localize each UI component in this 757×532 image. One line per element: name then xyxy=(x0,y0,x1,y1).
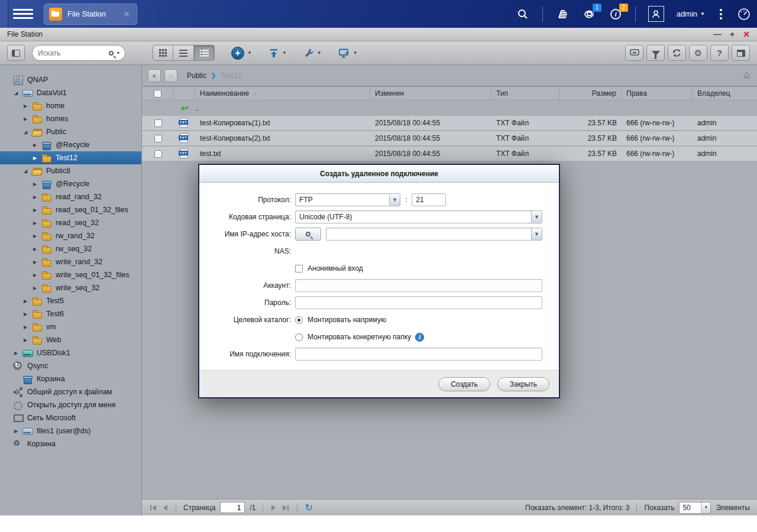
sidebar-item-read-rand-32[interactable]: ▶read_rand_32 xyxy=(0,190,141,203)
sidebar-item-read-seq-01-32-files[interactable]: ▶read_seq_01_32_files xyxy=(0,203,141,216)
expand-icon[interactable]: ▶ xyxy=(33,194,41,200)
sidebar-item-корзина[interactable]: Корзина xyxy=(0,372,141,385)
dashboard-icon[interactable] xyxy=(737,7,751,21)
expand-icon[interactable]: ▶ xyxy=(33,246,41,252)
sidebar-item-корзина[interactable]: Корзина xyxy=(0,437,141,450)
notifications-icon[interactable]: i 2 xyxy=(609,7,623,21)
remote-display-button[interactable] xyxy=(625,45,643,61)
external-device-icon[interactable]: 1 xyxy=(582,7,596,21)
more-options-icon[interactable] xyxy=(720,9,722,20)
detail-view-button[interactable] xyxy=(194,45,215,61)
maximize-icon[interactable]: + xyxy=(730,30,735,38)
main-menu-icon[interactable] xyxy=(13,5,33,23)
sidebar-toggle-button[interactable] xyxy=(7,45,25,61)
expand-icon[interactable]: ▶ xyxy=(33,220,41,226)
expand-icon[interactable]: ▶ xyxy=(24,103,32,109)
tab-close-icon[interactable]: ✕ xyxy=(124,10,130,18)
filter-button[interactable] xyxy=(646,45,665,61)
connection-name-input[interactable] xyxy=(295,348,542,361)
settings-button[interactable]: ⚙ xyxy=(689,45,707,61)
collapse-icon[interactable]: ◢ xyxy=(24,129,32,135)
sidebar-item-write-seq-32[interactable]: ▶write_seq_32 xyxy=(0,281,141,294)
mount-folder-radio[interactable] xyxy=(295,333,303,341)
search-options-caret-icon[interactable]: ▾ xyxy=(117,50,119,56)
expand-icon[interactable]: ▶ xyxy=(24,338,32,343)
trash-icon xyxy=(13,439,24,449)
background-tasks-icon[interactable] xyxy=(555,7,570,21)
expand-icon[interactable]: ▶ xyxy=(33,273,41,278)
expand-icon[interactable]: ▶ xyxy=(14,351,22,356)
sidebar-item-write-rand-32[interactable]: ▶write_rand_32 xyxy=(0,255,141,268)
sidebar-item-usbdisk1[interactable]: ▶USBDisk1 xyxy=(0,346,141,359)
search-host-button[interactable] xyxy=(295,228,321,241)
expand-icon[interactable]: ▶ xyxy=(24,299,32,304)
sidebar-item-общий-доступ-к-файлам[interactable]: Общий доступ к файлам xyxy=(0,385,141,398)
codepage-select[interactable]: Unicode (UTF-8) ▼ xyxy=(295,210,542,223)
sidebar-item-write-seq-01-32-files[interactable]: ▶write_seq_01_32_files xyxy=(0,268,141,281)
help-button[interactable]: ? xyxy=(710,45,729,61)
close-button[interactable]: Закрыть xyxy=(497,377,549,391)
expand-icon[interactable]: ▶ xyxy=(33,286,41,291)
sidebar-item-files1-user-ds-[interactable]: ▶files1 (user@ds) xyxy=(0,424,141,437)
search-magnifier-icon[interactable] xyxy=(109,51,114,56)
create-button[interactable]: Создать xyxy=(438,377,490,391)
search-icon[interactable] xyxy=(516,7,530,21)
account-input[interactable] xyxy=(295,279,542,292)
sidebar-item-test12[interactable]: ▶Test12 xyxy=(0,151,141,164)
expand-icon[interactable]: ▶ xyxy=(33,155,41,161)
sidebar-item-rw-rand-32[interactable]: ▶rw_rand_32 xyxy=(0,229,141,242)
search-box[interactable]: ▾ xyxy=(32,45,125,61)
sidebar-item-открыть-доступ-для-меня[interactable]: Открыть доступ для меня xyxy=(0,398,141,411)
search-input[interactable] xyxy=(38,49,105,57)
sidebar-item-qsync[interactable]: Qsync xyxy=(0,359,141,372)
sidebar-item-test5[interactable]: ▶Test5 xyxy=(0,294,141,307)
avatar[interactable] xyxy=(648,6,664,22)
create-menu-button[interactable]: + ▼ xyxy=(231,47,252,60)
sidebar-item-public[interactable]: ◢Public xyxy=(0,125,141,138)
expand-icon[interactable]: ▶ xyxy=(24,325,32,330)
sidebar-item-test6[interactable]: ▶Test6 xyxy=(0,307,141,320)
expand-icon[interactable]: ▶ xyxy=(33,233,41,239)
layout-button[interactable] xyxy=(732,45,750,61)
sidebar-item-сеть-microsoft[interactable]: Сеть Microsoft xyxy=(0,411,141,424)
sidebar-item-qnap[interactable]: QNAP xyxy=(0,73,141,86)
sidebar-item-vm[interactable]: ▶vm xyxy=(0,320,141,333)
expand-icon[interactable]: ▶ xyxy=(24,312,32,317)
expand-icon[interactable]: ▶ xyxy=(24,116,32,122)
password-input[interactable] xyxy=(295,296,542,309)
sidebar-item-datavol1[interactable]: ◢DataVol1 xyxy=(0,86,141,99)
expand-icon[interactable]: ▶ xyxy=(14,429,22,434)
mount-direct-radio[interactable] xyxy=(295,316,303,324)
host-select[interactable]: ▼ xyxy=(326,228,542,241)
sidebar-item-public8[interactable]: ◢Public8 xyxy=(0,164,141,177)
list-view-button[interactable] xyxy=(173,45,194,61)
user-menu[interactable]: admin ▼ xyxy=(677,9,705,18)
expand-icon[interactable]: ▶ xyxy=(33,207,41,213)
sidebar-item-read-seq-32[interactable]: ▶read_seq_32 xyxy=(0,216,141,229)
anonymous-checkbox[interactable] xyxy=(295,265,303,273)
app-tab-file-station[interactable]: File Station ✕ xyxy=(44,4,137,25)
sidebar-item--recycle[interactable]: ▶@Recycle xyxy=(0,177,141,190)
tools-menu-button[interactable]: ▼ xyxy=(303,48,322,59)
expand-icon[interactable]: ▶ xyxy=(33,181,41,187)
info-icon[interactable]: i xyxy=(415,333,424,342)
thumbnail-view-button[interactable] xyxy=(153,45,173,61)
refresh-button[interactable] xyxy=(668,45,686,61)
folder-icon xyxy=(41,231,52,241)
collapse-icon[interactable]: ◢ xyxy=(14,90,22,96)
sidebar-item--recycle[interactable]: ▶@Recycle xyxy=(0,138,141,151)
sidebar-item-rw-seq-32[interactable]: ▶rw_seq_32 xyxy=(0,242,141,255)
expand-icon[interactable]: ▶ xyxy=(33,142,41,148)
protocol-select[interactable]: FTP ▼ xyxy=(295,193,400,206)
list-icon xyxy=(179,50,187,57)
expand-icon[interactable]: ▶ xyxy=(33,259,41,265)
close-icon[interactable]: ✕ xyxy=(743,30,750,38)
upload-menu-button[interactable]: ▼ xyxy=(268,48,287,59)
port-input[interactable] xyxy=(412,193,446,206)
sidebar-item-home[interactable]: ▶home xyxy=(0,99,141,112)
sidebar-item-web[interactable]: ▶Web xyxy=(0,333,141,346)
remote-connection-menu-button[interactable]: ▼ xyxy=(338,48,358,59)
sidebar-item-homes[interactable]: ▶homes xyxy=(0,112,141,125)
minimize-icon[interactable]: — xyxy=(713,30,722,38)
collapse-icon[interactable]: ◢ xyxy=(24,168,32,174)
